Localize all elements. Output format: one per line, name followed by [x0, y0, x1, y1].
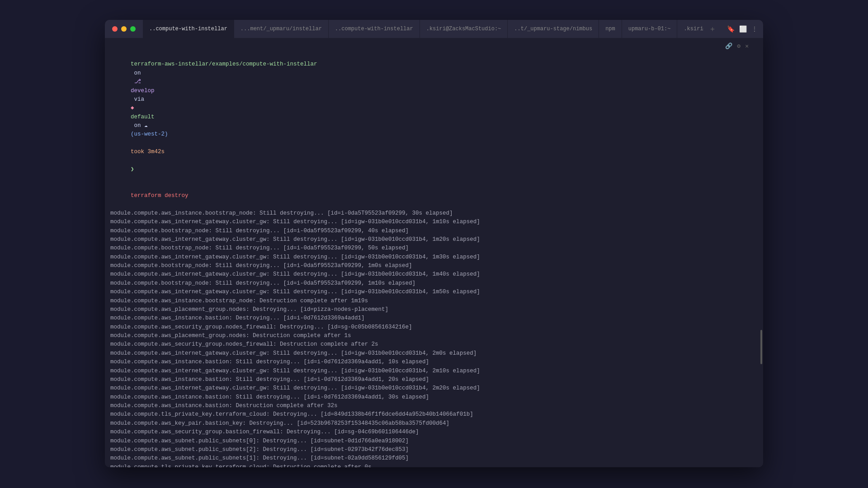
- more-options-icon[interactable]: ⋮: [751, 25, 758, 33]
- add-tab-button[interactable]: ＋: [709, 24, 716, 34]
- log-line: module.compute.aws_placement_group.nodes…: [110, 332, 758, 340]
- log-line: module.compute.aws_instance.bastion: Sti…: [110, 393, 758, 402]
- log-line: module.compute.aws_subnet.public_subnets…: [110, 446, 758, 454]
- toolbar-right: 🔖 ⬜ ⋮: [722, 20, 763, 38]
- log-line: module.compute.aws_instance.bootstrap_no…: [110, 297, 758, 305]
- log-line: module.compute.aws_instance.bootstrap_no…: [110, 209, 758, 218]
- tab-compute-with-instellar-1[interactable]: ..compute-with-instellar: [143, 20, 234, 38]
- log-line: module.compute.aws_internet_gateway.clus…: [110, 288, 758, 296]
- terminal-window: ..compute-with-instellar ...ment/_upmaru…: [105, 20, 763, 467]
- prompt1-took: took 3m42s: [131, 149, 165, 155]
- log-line: module.compute.bootstrap_node: Still des…: [110, 227, 758, 235]
- log-line: module.compute.aws_internet_gateway.clus…: [110, 235, 758, 244]
- prompt1-branch-icon: ⎇: [131, 79, 144, 85]
- terminal-toolbar-close[interactable]: ✕: [745, 42, 749, 50]
- log-line: module.compute.bootstrap_node: Still des…: [110, 262, 758, 270]
- log-line: module.compute.aws_placement_group.nodes…: [110, 305, 758, 314]
- scrollbar-thumb[interactable]: [760, 330, 762, 364]
- prompt1-path: terraform-aws-instellar/examples/compute…: [131, 61, 317, 67]
- prompt1-profile: default: [131, 114, 155, 120]
- tab-zacks-macstudio-1[interactable]: .ksiri@ZacksMacStudio:~: [420, 20, 508, 38]
- tab-upmaru-instellar[interactable]: ...ment/_upmaru/instellar: [234, 20, 329, 38]
- log-line: module.compute.aws_internet_gateway.clus…: [110, 367, 758, 375]
- log-line: module.compute.aws_internet_gateway.clus…: [110, 270, 758, 279]
- log-line: module.compute.aws_internet_gateway.clus…: [110, 349, 758, 358]
- log-line: module.compute.aws_security_group.bastio…: [110, 428, 758, 436]
- tab-npm[interactable]: npm: [599, 20, 622, 38]
- tab-upmaru-b01[interactable]: upmaru-b-01:~: [622, 20, 678, 38]
- tab-zacks-macstudio-2[interactable]: .ksiri@ZacksMacStudio:~: [677, 20, 703, 38]
- log-line: module.compute.tls_private_key.terraform…: [110, 410, 758, 419]
- prompt1-region: (us-west-2): [131, 131, 168, 137]
- close-button[interactable]: [112, 26, 118, 32]
- log-line: module.compute.aws_subnet.public_subnets…: [110, 454, 758, 463]
- tab-bar: ..compute-with-instellar ...ment/_upmaru…: [105, 20, 763, 38]
- scrollbar[interactable]: [760, 38, 762, 467]
- prompt1-arrow: ❯: [131, 166, 134, 173]
- terminal-toolbar-settings[interactable]: ⚙: [737, 42, 741, 50]
- log-line: module.compute.aws_instance.bastion: Des…: [110, 402, 758, 410]
- log-output: module.compute.aws_instance.bootstrap_no…: [110, 209, 758, 467]
- prompt-line-1: terraform-aws-instellar/examples/compute…: [110, 52, 758, 183]
- log-line: module.compute.tls_private_key.terraform…: [110, 463, 758, 467]
- cmd-line-1: terraform destroy: [110, 183, 758, 209]
- log-line: module.compute.aws_key_pair.bastion_key:…: [110, 419, 758, 428]
- log-line: module.compute.aws_security_group.nodes_…: [110, 323, 758, 332]
- log-line: module.compute.aws_instance.bastion: Des…: [110, 314, 758, 323]
- log-line: module.compute.aws_internet_gateway.clus…: [110, 253, 758, 262]
- log-line: module.compute.aws_subnet.public_subnets…: [110, 437, 758, 446]
- tab-list: ..compute-with-instellar ...ment/_upmaru…: [143, 20, 703, 38]
- maximize-button[interactable]: [130, 26, 136, 32]
- prompt1-branch: develop: [131, 88, 155, 94]
- tab-actions: ＋: [703, 20, 722, 38]
- cmd1-text: terraform destroy: [131, 192, 189, 199]
- window-controls: [105, 20, 143, 38]
- log-line: module.compute.aws_internet_gateway.clus…: [110, 218, 758, 226]
- log-line: module.compute.aws_instance.bastion: Sti…: [110, 375, 758, 384]
- prompt1-diamond: ◆: [131, 105, 137, 111]
- bookmark-icon[interactable]: 🔖: [727, 25, 735, 33]
- split-icon[interactable]: ⬜: [739, 25, 747, 33]
- log-line: module.compute.bootstrap_node: Still des…: [110, 244, 758, 253]
- log-line: module.compute.aws_instance.bastion: Sti…: [110, 358, 758, 366]
- log-line: module.compute.aws_security_group.nodes_…: [110, 340, 758, 349]
- tab-compute-with-instellar-2[interactable]: ..compute-with-instellar: [329, 20, 420, 38]
- terminal-content: 🔗 ⚙ ✕ terraform-aws-instellar/examples/c…: [105, 38, 763, 467]
- log-line: module.compute.bootstrap_node: Still des…: [110, 279, 758, 288]
- minimize-button[interactable]: [121, 26, 127, 32]
- log-line: module.compute.aws_internet_gateway.clus…: [110, 384, 758, 393]
- tab-upmaru-stage-nimbus[interactable]: ..t/_upmaru-stage/nimbus: [508, 20, 599, 38]
- terminal-toolbar-bookmark[interactable]: 🔗: [725, 42, 732, 50]
